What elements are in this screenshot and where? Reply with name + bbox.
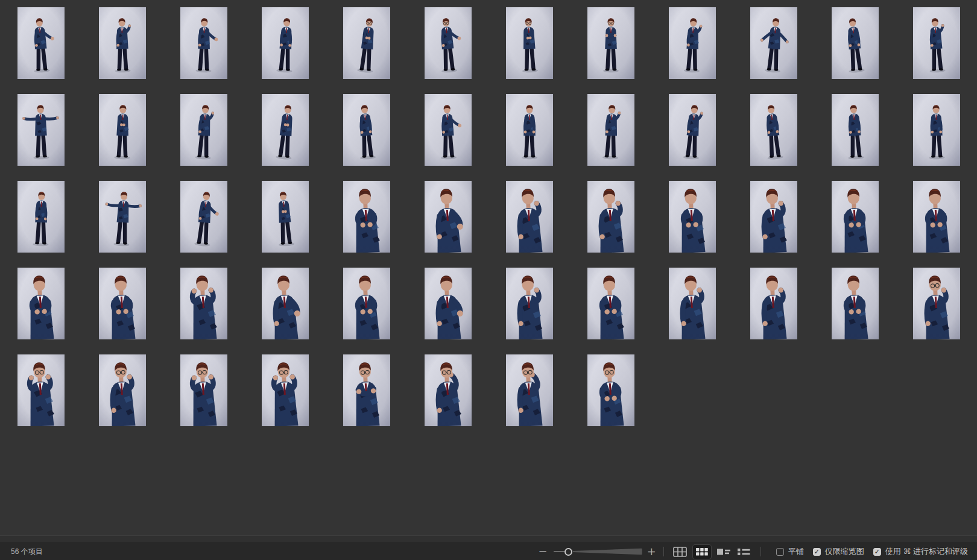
thumbnail[interactable] — [506, 94, 553, 166]
thumbnail[interactable] — [750, 7, 797, 79]
thumbnail[interactable] — [262, 7, 309, 79]
thumbnail[interactable] — [669, 268, 716, 339]
grid-cell — [488, 94, 570, 181]
grid-cell — [407, 181, 488, 268]
grid-cell — [163, 181, 244, 268]
thumbnail[interactable] — [262, 181, 309, 253]
thumbnail[interactable] — [180, 94, 227, 166]
grid-cell — [407, 94, 488, 181]
grid-cell — [570, 94, 651, 181]
thumbnail[interactable] — [750, 181, 797, 253]
thumbnail[interactable] — [343, 181, 390, 253]
thumbnail[interactable] — [506, 354, 553, 426]
grid-cell — [326, 7, 407, 94]
thumbnail[interactable] — [832, 268, 879, 339]
grid-cell — [733, 181, 814, 268]
grid-cell — [163, 268, 244, 354]
thumbnail[interactable] — [425, 268, 472, 339]
thumbnail[interactable] — [425, 181, 472, 253]
thumbnail[interactable] — [669, 7, 716, 79]
thumbnail[interactable] — [17, 94, 65, 166]
thumbnail[interactable] — [587, 181, 634, 253]
thumbnail[interactable] — [343, 268, 390, 339]
item-count-label: 56 个项目 — [0, 547, 43, 557]
thumbnail[interactable] — [832, 181, 879, 253]
thumbnail[interactable] — [425, 354, 472, 426]
list-view-button[interactable] — [736, 545, 753, 558]
zoom-in-button[interactable]: + — [646, 546, 657, 557]
thumbnail[interactable] — [425, 7, 472, 79]
thumbnail-grid — [0, 0, 977, 535]
thumbnail[interactable] — [587, 7, 634, 79]
grid-cell — [244, 7, 326, 94]
thumbnail[interactable] — [99, 354, 146, 426]
scrollbar-track[interactable] — [0, 535, 977, 543]
grid-cell — [407, 268, 488, 354]
thumbnail[interactable] — [425, 94, 472, 166]
thumbnail[interactable] — [17, 354, 65, 426]
thumbnail[interactable] — [99, 94, 146, 166]
thumbnail[interactable] — [913, 7, 960, 79]
thumbnail[interactable] — [180, 7, 227, 79]
photo-browser-window: 56 个项目 − + — [0, 0, 977, 560]
thumbnail[interactable] — [17, 268, 65, 339]
grid-lines-view-button[interactable] — [672, 545, 689, 558]
thumbnail[interactable] — [343, 94, 390, 166]
thumbnail[interactable] — [180, 181, 227, 253]
thumbnail[interactable] — [913, 268, 960, 339]
thumbnail[interactable] — [180, 354, 227, 426]
thumbnail[interactable] — [343, 7, 390, 79]
thumbnail[interactable] — [343, 354, 390, 426]
thumbnails-only-checkbox[interactable]: ✓ — [813, 548, 821, 556]
thumbnail-details-view-button[interactable] — [715, 545, 732, 558]
thumbnails-only-option[interactable]: ✓ 仅限缩览图 — [813, 546, 864, 557]
thumbnail[interactable] — [750, 94, 797, 166]
grid-cell — [896, 181, 977, 268]
slider-handle[interactable] — [564, 548, 572, 556]
plus-icon: + — [647, 545, 656, 558]
thumbnail[interactable] — [17, 181, 65, 253]
thumbnail[interactable] — [913, 181, 960, 253]
tile-option[interactable]: ✓ 平铺 — [776, 546, 804, 557]
thumbnail[interactable] — [587, 268, 634, 339]
thumbnail[interactable] — [587, 94, 634, 166]
thumbnail[interactable] — [669, 94, 716, 166]
slider-track-wedge[interactable] — [573, 548, 642, 555]
thumbnail[interactable] — [832, 94, 879, 166]
use-cmd-rating-checkbox[interactable]: ✓ — [873, 548, 881, 556]
thumbnail[interactable] — [99, 268, 146, 339]
checkmark-icon: ✓ — [874, 549, 880, 555]
thumbnail[interactable] — [17, 7, 65, 79]
thumbnail[interactable] — [506, 268, 553, 339]
grid-cell — [326, 354, 407, 441]
thumbnail[interactable] — [832, 7, 879, 79]
status-bar-controls: − + — [537, 544, 977, 559]
grid-cell — [733, 268, 814, 354]
thumbnail[interactable] — [262, 354, 309, 426]
grid-cell — [407, 7, 488, 94]
thumbnail[interactable] — [506, 7, 553, 79]
thumbnail[interactable] — [99, 181, 146, 253]
slider-track-left[interactable] — [554, 551, 564, 552]
thumbnail[interactable] — [99, 7, 146, 79]
thumbnail[interactable] — [587, 354, 634, 426]
grid-cell — [407, 354, 488, 441]
grid-cell — [896, 94, 977, 181]
use-cmd-rating-option[interactable]: ✓ 使用 ⌘ 进行标记和评级 — [873, 546, 968, 557]
thumbnail[interactable] — [180, 268, 227, 339]
grid-cell — [0, 181, 81, 268]
thumbnail[interactable] — [750, 268, 797, 339]
tile-checkbox[interactable]: ✓ — [776, 548, 784, 556]
zoom-out-button[interactable]: − — [537, 546, 549, 557]
thumbnail[interactable] — [262, 268, 309, 339]
thumbnail[interactable] — [669, 181, 716, 253]
thumbnail-size-slider[interactable] — [554, 547, 642, 556]
checkmark-icon: ✓ — [814, 549, 820, 555]
grid-cell — [570, 354, 651, 441]
thumbnails-only-option-label: 仅限缩览图 — [825, 546, 864, 557]
thumbnail-grid-view-button[interactable] — [692, 544, 712, 559]
thumbnail[interactable] — [913, 94, 960, 166]
thumbnail[interactable] — [506, 181, 553, 253]
grid-cell — [244, 94, 326, 181]
thumbnail[interactable] — [262, 94, 309, 166]
